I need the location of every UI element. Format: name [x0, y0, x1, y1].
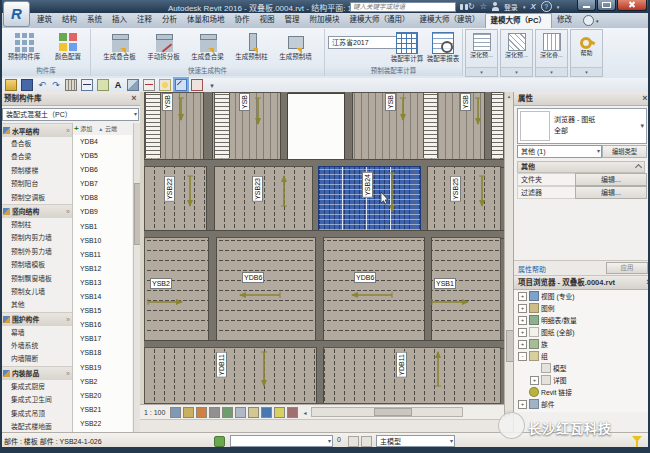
ribbon-tab-8[interactable]: 视图 — [255, 13, 280, 27]
panel-label[interactable]: YSB23 — [252, 176, 263, 202]
temporary-hide-icon[interactable] — [248, 407, 259, 418]
panel-label[interactable]: YDB6 — [354, 272, 376, 283]
part-list-item[interactable]: YDB7 — [73, 177, 132, 191]
minimize-button[interactable] — [577, 0, 596, 11]
library-item[interactable]: 预制柱 — [0, 218, 72, 231]
flyout-caret-icon[interactable]: ▾ — [571, 67, 602, 76]
part-list-item[interactable]: YSB22 — [73, 417, 132, 431]
library-item[interactable]: 预制飘窗墙板 — [0, 272, 72, 285]
floor-opening[interactable] — [287, 93, 345, 160]
view-scale-button[interactable]: 1 : 100 — [144, 409, 165, 416]
gen-wall-button[interactable]: 生成预制墙 — [274, 29, 318, 60]
panel-label[interactable]: YSB — [239, 93, 250, 111]
ribbon-tab-7[interactable]: 协作 — [230, 13, 255, 27]
part-list-item[interactable]: YSB14 — [73, 290, 132, 304]
collapse-chevron-icon[interactable]: » — [66, 370, 70, 377]
gen-slab-button[interactable]: 生成叠合板 — [98, 29, 142, 60]
add-part-button[interactable]: + 添加 — [74, 124, 92, 133]
aligned-dimension-icon[interactable] — [81, 79, 93, 91]
sync-icon[interactable] — [468, 2, 475, 11]
part-list-item[interactable]: YSB13 — [73, 276, 132, 290]
favorites-star-icon[interactable] — [480, 2, 487, 11]
library-item[interactable]: 叠合板 — [0, 137, 72, 150]
design-option-combobox[interactable]: 主模型 — [376, 435, 455, 447]
ribbon-tab-13[interactable]: 建模大师（PC） — [485, 13, 552, 28]
show-crop-icon[interactable] — [235, 407, 246, 418]
ribbon-tab-11[interactable]: 建模大师（通用） — [345, 13, 415, 27]
text-icon[interactable] — [113, 80, 123, 90]
gen-beam-button[interactable]: 生成叠合梁 — [186, 29, 230, 60]
ribbon-tab-3[interactable]: 插入 — [107, 13, 132, 27]
scrollbar-thumb[interactable] — [374, 408, 412, 416]
part-list-item[interactable]: YDB6 — [73, 163, 132, 177]
apply-button[interactable]: 应用 — [606, 262, 648, 274]
part-list-item[interactable]: YDB5 — [73, 149, 132, 163]
library-item[interactable]: 预制墙模板 — [0, 258, 72, 271]
library-item[interactable]: 外墙系统 — [0, 339, 72, 352]
panel-label[interactable]: YSB25 — [450, 176, 461, 202]
drawing-area[interactable]: YSBYSBYSBYSBYSB22YSB23YSB24YSB25YSB2YDB6… — [140, 92, 504, 404]
editable-only-icon[interactable] — [348, 436, 359, 447]
section-icon[interactable] — [143, 79, 155, 91]
exchange-apps-icon[interactable] — [530, 2, 535, 11]
library-item[interactable]: 装配式楼地面 — [0, 420, 72, 432]
properties-section-header[interactable]: 其他 — [517, 161, 645, 173]
flyout-caret-icon[interactable]: ▾ — [536, 67, 567, 76]
library-item[interactable]: 预制外剪力墙 — [0, 245, 72, 258]
close-icon[interactable] — [130, 92, 138, 105]
ribbon-options-icon[interactable] — [583, 15, 594, 26]
signin-caret-icon[interactable]: ▾ — [523, 4, 526, 10]
ribbon-tab-9[interactable]: 管理 — [280, 13, 305, 27]
part-list-item[interactable]: YDB4 — [73, 135, 132, 149]
library-category-2[interactable]: 围护构件» — [0, 312, 72, 326]
type-selector[interactable]: 浏览器 - 图纸 全部 ▾ — [517, 108, 647, 144]
library-item[interactable]: 预制楼梯 — [0, 164, 72, 177]
part-list-item[interactable]: YSB10 — [73, 234, 132, 248]
library-item[interactable]: 预制内剪力墙 — [0, 231, 72, 244]
ribbon-tab-0[interactable]: 建筑 — [32, 13, 57, 27]
panel-label[interactable]: YDB11 — [396, 352, 407, 378]
edit-type-button[interactable]: 编辑类型 — [602, 145, 647, 158]
browser-item[interactable]: +详图 — [514, 374, 650, 386]
ribbon-tab-12[interactable]: 建模大师（建筑） — [415, 13, 485, 27]
signin-label[interactable]: 登录 — [504, 2, 518, 12]
hscroll-left-arrow-icon[interactable]: ◂ — [303, 409, 306, 416]
ribbon-tab-6[interactable]: 体量和场地 — [182, 13, 230, 27]
ribbon-tab-4[interactable]: 注释 — [132, 13, 157, 27]
measure-icon[interactable] — [65, 79, 77, 91]
properties-help-link[interactable]: 属性帮助 — [518, 264, 546, 274]
library-item[interactable]: 预制空调板 — [0, 191, 72, 204]
library-category-1[interactable]: 竖向结构» — [0, 204, 72, 218]
switch-windows-icon[interactable] — [207, 80, 217, 90]
library-item[interactable]: 叠合梁 — [0, 150, 72, 163]
reveal-constraints-icon[interactable] — [287, 407, 298, 418]
library-item[interactable]: 集成式吊顶 — [0, 407, 72, 420]
panel-label[interactable]: YSB22 — [164, 176, 175, 202]
detail-level-icon[interactable] — [170, 407, 181, 418]
help-caret-icon[interactable]: ▾ — [557, 4, 560, 10]
part-list-item[interactable]: YSB19 — [73, 361, 132, 375]
search-icon[interactable] — [460, 4, 463, 10]
open-icon[interactable] — [5, 79, 17, 91]
close-hidden-windows-icon[interactable] — [191, 79, 203, 91]
library-item[interactable]: 集成式卫生间 — [0, 393, 72, 406]
expander-icon[interactable]: + — [518, 304, 527, 313]
parts-library-button[interactable]: 预制构件库 — [2, 29, 46, 60]
expander-icon[interactable]: + — [530, 376, 539, 385]
browser-item[interactable]: Revit 链接 — [514, 386, 650, 398]
browser-item[interactable]: +图纸 (全部) — [514, 326, 650, 338]
deepen-slab-flyout[interactable]: 深化预...▾ — [465, 29, 498, 77]
library-item[interactable]: 内墙隔断 — [0, 352, 72, 365]
edit-button[interactable]: 编辑... — [575, 186, 647, 199]
part-list-item[interactable]: YSB17 — [73, 332, 132, 346]
cloud-parts-button[interactable]: ▲ 云端 — [98, 124, 117, 133]
panel-label[interactable]: YDB6 — [242, 272, 264, 283]
deepen-wall-flyout[interactable]: 深化预...▾ — [500, 29, 533, 77]
application-menu-button[interactable]: R — [3, 1, 30, 27]
part-list-item[interactable]: YSB12 — [73, 262, 132, 276]
ribbon-tab-10[interactable]: 附加模块 — [305, 13, 345, 27]
edit-button[interactable]: 编辑... — [575, 173, 647, 186]
panel-label[interactable]: YSB — [460, 93, 471, 111]
save-icon[interactable] — [21, 79, 33, 91]
split-slab-button[interactable]: 手动拆分板 — [142, 29, 186, 60]
